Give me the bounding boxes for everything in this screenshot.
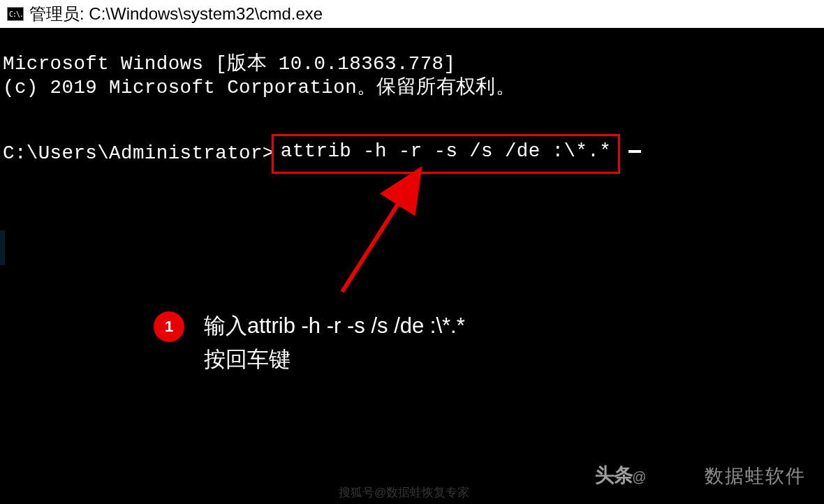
svg-line-1 xyxy=(342,177,415,292)
step-number-badge: 1 xyxy=(154,311,184,342)
step-annotation: 1 输入attrib -h -r -s /s /de :\*.* 按回车键 xyxy=(147,297,493,389)
terminal-area[interactable]: Microsoft Windows [版本 10.0.18363.778] (c… xyxy=(0,28,824,174)
watermark-brand: 数据蛙软件 xyxy=(705,464,806,489)
decorative-stub xyxy=(0,230,5,265)
annotation-line-2: 按回车键 xyxy=(204,343,465,376)
watermark-toutiao-prefix: 头条 xyxy=(595,464,632,486)
watermark-sohu: 搜狐号@数据蛙恢复专家 xyxy=(339,484,469,501)
annotation-text: 输入attrib -h -r -s /s /de :\*.* 按回车键 xyxy=(204,309,465,376)
window-title: 管理员: C:\Windows\system32\cmd.exe xyxy=(29,3,323,25)
cmd-icon: C:\. xyxy=(7,7,24,21)
terminal-prompt-line: C:\Users\Administrator>attrib -h -r -s /… xyxy=(3,134,821,174)
terminal-cursor xyxy=(628,150,641,153)
terminal-command: attrib -h -r -s /s /de :\*.* xyxy=(281,140,611,162)
annotation-arrow xyxy=(328,166,496,299)
watermark-toutiao-at: @ xyxy=(632,469,645,484)
annotation-line-1: 输入attrib -h -r -s /s /de :\*.* xyxy=(204,309,465,343)
terminal-line-version: Microsoft Windows [版本 10.0.18363.778] xyxy=(3,52,821,76)
command-highlight-box: attrib -h -r -s /s /de :\*.* xyxy=(272,134,620,174)
terminal-prompt: C:\Users\Administrator> xyxy=(3,142,274,165)
window-title-bar: C:\. 管理员: C:\Windows\system32\cmd.exe xyxy=(0,0,824,28)
cmd-icon-text: C:\. xyxy=(9,10,23,18)
terminal-line-copyright: (c) 2019 Microsoft Corporation。保留所有权利。 xyxy=(3,76,821,100)
watermark-toutiao: 头条@ xyxy=(595,462,645,489)
